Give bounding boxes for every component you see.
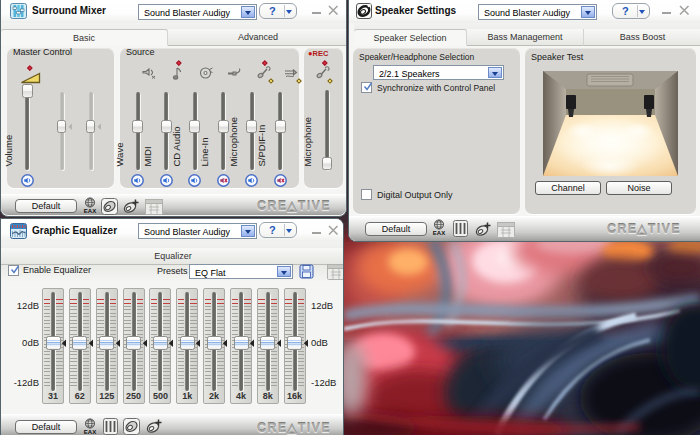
svg-text:EAX: EAX	[84, 429, 96, 435]
svg-text:EAX: EAX	[84, 208, 96, 214]
svg-text:EAX: EAX	[433, 230, 445, 236]
